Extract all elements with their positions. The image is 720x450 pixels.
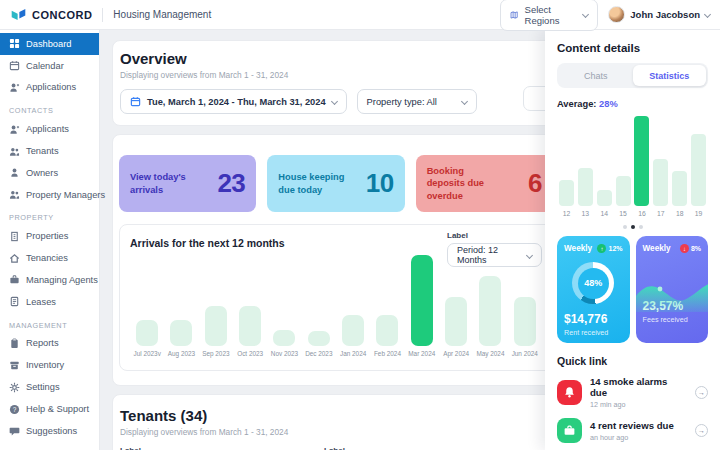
chart-bar — [308, 331, 330, 346]
date-range-picker[interactable]: Tue, March 1, 2024 - Thu, March 31, 2024 — [120, 89, 347, 114]
sidebar-section-property: PROPERTY — [0, 205, 99, 225]
chevron-down-icon — [582, 11, 589, 18]
sidebar-item-leases[interactable]: Leases — [0, 291, 99, 313]
chart-bar-column: Aug 2023 — [164, 320, 198, 357]
chart-bar — [273, 330, 295, 346]
clipboard-icon — [9, 338, 20, 349]
chart-bar-label: 12 — [563, 210, 571, 217]
chart-bar-label: 18 — [676, 210, 684, 217]
chart-bar — [239, 306, 261, 346]
sidebar-item-settings[interactable]: Settings — [0, 376, 99, 398]
map-icon — [510, 10, 518, 20]
chart-bar-label: 15 — [619, 210, 627, 217]
carousel-dot[interactable] — [639, 225, 643, 229]
sidebar-item-properties[interactable]: Properties — [0, 225, 99, 247]
chart-bar — [578, 168, 593, 206]
chart-bar-column: Nov 2023 — [267, 330, 301, 357]
filter-field-label: Label — [324, 446, 454, 450]
property-type-value: Property type: All — [367, 97, 437, 107]
help-icon: ? — [9, 404, 20, 415]
sidebar-item-label: Managing Agents — [26, 275, 98, 285]
sidebar-item-dashboard[interactable]: Dashboard — [0, 33, 99, 55]
tab-statistics[interactable]: Statistics — [633, 65, 707, 86]
fees-received-card[interactable]: Weekly ↓ 8% 23,57% Fees received — [636, 236, 709, 343]
quick-link-title: Quick link — [557, 355, 708, 367]
users-icon — [9, 189, 20, 200]
stat-card-housekeeping[interactable]: House keeping due today 10 — [267, 155, 404, 212]
chart-bar — [205, 306, 227, 346]
property-type-select[interactable]: Property type: All — [357, 89, 477, 114]
sidebar-item-label: Reports — [26, 338, 59, 348]
sidebar-item-applications[interactable]: Applications — [0, 77, 99, 99]
period-select[interactable]: Period: 12 Months — [447, 243, 542, 267]
carousel-dot[interactable] — [631, 225, 635, 229]
trend-up-icon: ↑ — [597, 244, 606, 253]
chart-bar-column: Sep 2023 — [199, 306, 233, 357]
user-plus-icon — [9, 124, 20, 135]
users-icon — [9, 146, 20, 157]
select-regions-dropdown[interactable]: Select Regions — [500, 0, 598, 31]
chart-bar-label: Nov 2023 — [271, 350, 298, 357]
carousel-dot[interactable] — [623, 225, 627, 229]
sidebar-item-suggestions[interactable]: Suggestions — [0, 420, 99, 442]
briefcase-icon — [563, 424, 576, 437]
sidebar-section-management: MANAGEMENT — [0, 313, 99, 333]
brand[interactable]: CONCORD — [10, 8, 92, 22]
sidebar-item-help-support[interactable]: ? Help & Support — [0, 398, 99, 420]
trend-badge: ↑ 12% — [597, 244, 622, 253]
avatar — [608, 6, 625, 23]
chart-bar-column: 18 — [670, 171, 689, 217]
sidebar-item-label: Dashboard — [26, 39, 71, 49]
sidebar-item-calendar[interactable]: Calendar — [0, 55, 99, 77]
chart-bar-label: Oct 2023 — [237, 350, 263, 357]
sidebar-item-tenants[interactable]: Tenants — [0, 140, 99, 162]
sidebar-item-property-managers[interactable]: Property Managers — [0, 184, 99, 206]
panel-title: Content details — [557, 42, 708, 54]
stat-card-arrivals[interactable]: View today's arrivals 23 — [119, 155, 256, 212]
chart-bar-label: Apr 2024 — [443, 350, 469, 357]
chart-bar-column: Mar 2024 — [405, 255, 439, 357]
fees-wave-chart — [636, 270, 709, 312]
sidebar-item-reports[interactable]: Reports — [0, 333, 99, 355]
sidebar-item-label: Suggestions — [26, 426, 77, 436]
chart-bar-column: 19 — [689, 134, 708, 217]
chart-bar-column: Oct 2023 — [233, 306, 267, 357]
rent-received-card[interactable]: Weekly ↑ 12% 48% $14,776 Rent received — [557, 236, 630, 343]
chart-bar — [616, 176, 631, 206]
sidebar-item-label: Properties — [26, 231, 68, 241]
overview-section: Overview Displaying overviews from March… — [112, 40, 560, 126]
sidebar-item-label: Help & Support — [26, 404, 89, 414]
chart-bar — [559, 180, 574, 206]
badge-value: 8% — [691, 245, 701, 252]
card-title: Weekly — [643, 244, 671, 253]
arrow-circle-right-icon[interactable]: → — [695, 386, 708, 399]
sidebar-item-label: Property Managers — [26, 190, 105, 200]
quick-link-rent-reviews[interactable]: 4 rent reviews due an hour ago → — [557, 418, 708, 443]
user-menu[interactable]: John Jacobson — [608, 6, 710, 23]
select-regions-label: Select Regions — [525, 4, 578, 26]
chevron-down-icon — [461, 98, 468, 105]
carousel-dots — [557, 225, 708, 229]
sidebar-item-inventory[interactable]: Inventory — [0, 354, 99, 376]
overview-subtitle: Displaying overviews from March 1 - 31, … — [120, 70, 551, 80]
search-field-label: Label — [120, 446, 302, 450]
gear-icon — [9, 382, 20, 393]
sidebar-item-tenancies[interactable]: Tenancies — [0, 247, 99, 269]
arrow-circle-right-icon[interactable]: → — [695, 424, 708, 437]
chart-bar-label: Aug 2023 — [168, 350, 195, 357]
sidebar-item-owners[interactable]: Owners — [0, 162, 99, 184]
quick-link-smoke-alarms[interactable]: 14 smoke alarms due 12 min ago → — [557, 376, 708, 409]
stats-section: View today's arrivals 23 House keeping d… — [112, 134, 560, 386]
user-name: John Jacobson — [630, 9, 700, 20]
trend-down-icon: ↓ — [680, 244, 689, 253]
calendar-icon — [9, 60, 20, 71]
date-range-value: Tue, March 1, 2024 - Thu, March 31, 2024 — [147, 97, 326, 107]
stat-card-deposits[interactable]: Booking deposits due overdue 6 — [416, 155, 553, 212]
sidebar-item-applicants[interactable]: Applicants — [0, 118, 99, 140]
stat-label: Booking deposits due overdue — [427, 165, 499, 201]
chart-bar-column: Feb 2024 — [370, 315, 404, 357]
chart-bar-label: 14 — [600, 210, 608, 217]
tab-chats[interactable]: Chats — [559, 65, 633, 86]
user-plus-icon — [9, 82, 20, 93]
sidebar-item-managing-agents[interactable]: Managing Agents — [0, 269, 99, 291]
